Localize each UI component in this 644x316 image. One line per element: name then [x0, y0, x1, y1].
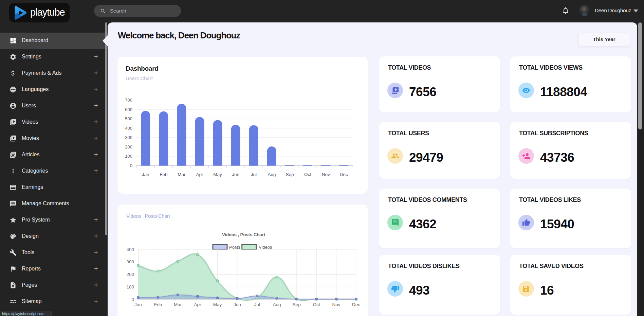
svg-text:Jul: Jul	[254, 302, 260, 307]
svg-text:May: May	[213, 172, 222, 177]
svg-text:May: May	[213, 302, 222, 307]
svg-text:400: 400	[125, 126, 132, 131]
svg-text:Jan: Jan	[142, 172, 149, 177]
svg-text:200: 200	[125, 144, 132, 150]
svg-text:Jan: Jan	[134, 302, 142, 307]
svg-text:Nov: Nov	[332, 302, 341, 307]
svg-text:200: 200	[126, 272, 134, 277]
svg-text:Mar: Mar	[174, 302, 182, 307]
svg-text:400: 400	[126, 247, 134, 252]
svg-text:0: 0	[130, 163, 132, 168]
svg-text:Oct: Oct	[313, 302, 320, 307]
svg-text:300: 300	[126, 259, 134, 264]
svg-text:Nov: Nov	[322, 172, 330, 177]
svg-text:Jul: Jul	[251, 172, 257, 177]
svg-text:Aug: Aug	[273, 302, 281, 307]
svg-text:100: 100	[126, 284, 134, 289]
svg-text:Aug: Aug	[268, 172, 276, 177]
svg-text:Dec: Dec	[340, 172, 348, 177]
svg-text:Videos , Posts Chart: Videos , Posts Chart	[222, 232, 265, 237]
svg-text:100: 100	[125, 154, 132, 159]
svg-text:700: 700	[125, 98, 132, 103]
svg-text:Mar: Mar	[178, 172, 186, 177]
svg-text:600: 600	[125, 107, 132, 112]
svg-text:Posts: Posts	[229, 245, 240, 250]
svg-text:Oct: Oct	[304, 172, 311, 177]
svg-text:Apr: Apr	[196, 172, 203, 177]
svg-text:Sep: Sep	[293, 302, 301, 307]
svg-text:Feb: Feb	[154, 302, 162, 307]
svg-text:0: 0	[131, 297, 134, 302]
svg-text:300: 300	[125, 135, 132, 140]
svg-text:Jun: Jun	[234, 302, 241, 307]
svg-text:Apr: Apr	[194, 302, 202, 307]
svg-text:500: 500	[125, 116, 132, 121]
svg-text:Sep: Sep	[286, 172, 294, 177]
svg-text:Feb: Feb	[160, 172, 167, 177]
svg-text:Videos: Videos	[259, 245, 272, 250]
svg-text:Jun: Jun	[232, 172, 239, 177]
svg-text:Dec: Dec	[352, 302, 360, 307]
